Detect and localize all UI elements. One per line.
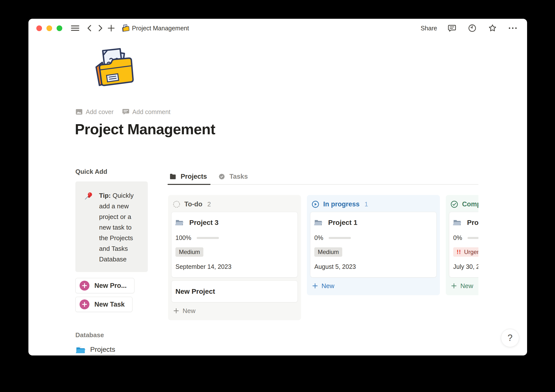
titlebar: Project Management Share — [28, 19, 527, 38]
sidebar-toggle-icon[interactable] — [70, 23, 81, 34]
new-page-icon[interactable] — [106, 23, 117, 34]
minimize-window-button[interactable] — [46, 25, 52, 31]
share-button[interactable]: Share — [421, 25, 437, 32]
gray-folder-icon — [452, 218, 462, 227]
comment-icon — [122, 108, 129, 116]
add-cover-button[interactable]: Add cover — [75, 108, 114, 116]
add-card-button[interactable]: New — [449, 280, 473, 291]
column-in-progress: In progress 1 Project 1 0% Medium — [307, 195, 440, 295]
column-name: In progress — [323, 200, 360, 208]
column-name: To-do — [184, 200, 202, 208]
database-link-label: Projects — [90, 346, 115, 355]
board-section: Projects Tasks To-do 2 Project 3 — [168, 169, 478, 320]
column-completed: Completed Project 2 0% !! Urgent — [446, 195, 478, 295]
tab-tasks[interactable]: Tasks — [218, 169, 248, 184]
add-comment-button[interactable]: Add comment — [122, 108, 171, 116]
add-card-button[interactable]: New — [310, 280, 334, 291]
add-card-label: New — [183, 307, 195, 315]
tip-text: Tip: Quickly add a new project or a new … — [99, 190, 142, 265]
progress-bar — [329, 237, 351, 239]
app-window: Project Management Share — [28, 19, 527, 355]
tip-label: Tip: — [99, 192, 111, 199]
plus-circle-icon — [80, 281, 89, 291]
progress-bar — [468, 237, 478, 239]
page-icon-folder[interactable] — [87, 43, 134, 93]
new-project-button[interactable]: New Pro... — [75, 278, 134, 293]
todo-status-icon — [173, 200, 180, 208]
blue-folder-icon — [75, 345, 86, 355]
card-date: July 30, 2023 — [453, 263, 478, 270]
tab-projects-label: Projects — [181, 173, 207, 180]
back-icon[interactable] — [84, 23, 95, 34]
project-card[interactable]: Project 2 0% !! Urgent July 30, 2023 — [449, 212, 478, 277]
column-name: Completed — [462, 200, 478, 208]
kanban-board: To-do 2 Project 3 100% Medium Sept — [168, 195, 478, 320]
column-todo-header[interactable]: To-do 2 — [171, 199, 298, 209]
new-task-button[interactable]: New Task — [75, 297, 132, 312]
history-icon[interactable] — [467, 23, 478, 34]
database-heading: Database — [75, 331, 148, 339]
zoom-window-button[interactable] — [57, 25, 62, 31]
add-card-label: New — [321, 282, 334, 290]
quick-add-heading: Quick Add — [75, 168, 148, 176]
add-cover-label: Add cover — [86, 108, 114, 116]
favorite-icon[interactable] — [487, 23, 498, 34]
card-title: Project 3 — [189, 219, 218, 227]
progress-row: 100% — [175, 234, 293, 241]
plus-icon — [312, 283, 318, 289]
in-progress-status-icon — [312, 200, 319, 208]
image-icon — [75, 108, 83, 116]
add-card-label: New — [460, 282, 473, 290]
tab-projects[interactable]: Projects — [170, 169, 207, 184]
column-in-progress-header[interactable]: In progress 1 — [310, 199, 437, 209]
page-folder-icon — [121, 24, 129, 33]
quick-add-section: Quick Add Tip: Quickly add a new project… — [75, 168, 148, 355]
progress-label: 0% — [453, 234, 462, 241]
priority-label: Urgent — [464, 249, 478, 255]
window-controls — [36, 25, 62, 31]
plus-icon — [451, 283, 457, 289]
database-link-projects[interactable]: Projects — [75, 345, 148, 355]
close-window-button[interactable] — [36, 25, 42, 31]
window-title: Project Management — [132, 25, 189, 32]
progress-row: 0% — [453, 234, 478, 241]
new-task-button-label: New Task — [94, 301, 125, 308]
tab-tasks-label: Tasks — [230, 173, 248, 180]
forward-icon[interactable] — [95, 23, 106, 34]
view-tabs: Projects Tasks — [168, 169, 478, 185]
progress-label: 100% — [175, 234, 191, 241]
project-card[interactable]: Project 1 0% Medium August 5, 2023 — [310, 212, 437, 277]
card-title: Project 1 — [328, 219, 357, 227]
priority-badge: Medium — [314, 247, 342, 257]
completed-status-icon — [450, 200, 458, 208]
pushpin-icon — [84, 191, 93, 265]
badge-check-icon — [218, 173, 225, 180]
project-card[interactable]: New Project — [171, 280, 298, 302]
gray-folder-icon — [174, 218, 184, 227]
column-completed-header[interactable]: Completed — [449, 199, 478, 209]
column-count: 2 — [207, 200, 211, 208]
urgent-marks-icon: !! — [457, 249, 461, 255]
card-date: August 5, 2023 — [314, 263, 431, 270]
column-count: 1 — [364, 200, 368, 208]
folder-icon — [170, 174, 176, 179]
comments-icon[interactable] — [447, 23, 457, 34]
page-title[interactable]: Project Management — [75, 121, 215, 138]
gray-folder-icon — [313, 218, 323, 227]
column-todo: To-do 2 Project 3 100% Medium Sept — [168, 195, 301, 320]
project-card[interactable]: Project 3 100% Medium September 14, 2023 — [171, 212, 298, 277]
new-project-button-label: New Pro... — [94, 282, 127, 290]
page-meta-actions: Add cover Add comment — [75, 108, 171, 116]
help-button[interactable]: ? — [501, 329, 519, 347]
priority-badge: Medium — [175, 247, 203, 257]
add-card-button[interactable]: New — [171, 305, 195, 316]
priority-badge: !! Urgent — [453, 247, 478, 257]
add-comment-label: Add comment — [132, 108, 171, 116]
titlebar-actions: Share — [421, 23, 518, 34]
tip-callout: Tip: Quickly add a new project or a new … — [75, 181, 148, 272]
plus-circle-icon — [80, 299, 89, 309]
card-title: Project 2 — [467, 219, 478, 227]
more-icon[interactable] — [507, 23, 518, 34]
card-date: September 14, 2023 — [175, 263, 293, 270]
card-title: New Project — [175, 288, 215, 295]
